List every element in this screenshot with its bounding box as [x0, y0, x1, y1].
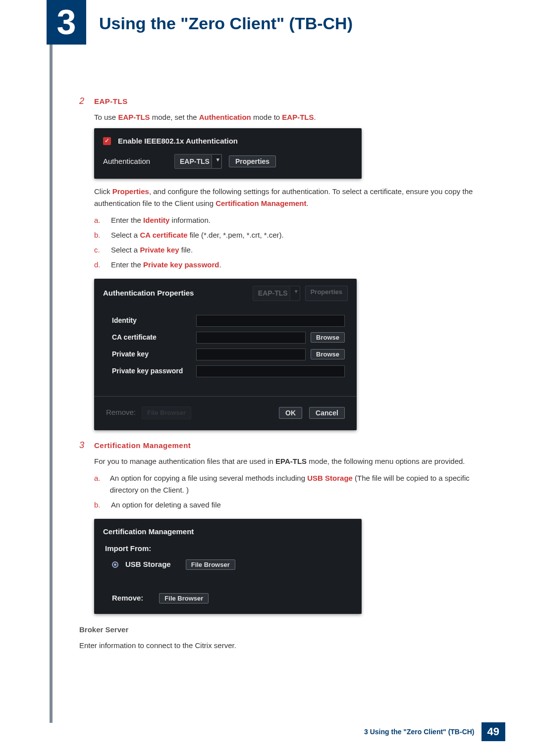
private-key-label: Private key	[112, 349, 196, 359]
text: For you to manage authentication files t…	[94, 457, 275, 465]
text: .	[307, 199, 309, 207]
list-item: b.Select a CA certificate file (*.der, *…	[94, 229, 485, 241]
text: mode, the following menu options are pro…	[307, 457, 465, 465]
private-key-term: Private key	[140, 246, 179, 254]
authentication-term: Authentication	[199, 113, 251, 121]
text: An option for copying a file using sever…	[110, 472, 485, 496]
auth-properties-footer: Remove: File Browser OK Cancel	[94, 396, 357, 423]
text: Select a	[111, 246, 140, 254]
step3-header: 3 Certification Management	[79, 438, 485, 453]
step3-title: Certification Management	[94, 440, 191, 452]
cert-mgmt-term: Certification Management	[215, 199, 306, 207]
text: To use	[94, 113, 118, 121]
content: 2 EAP-TLS To use EAP-TLS mode, set the A…	[79, 94, 485, 652]
step2-intro: To use EAP-TLS mode, set the Authenticat…	[94, 111, 485, 123]
footer-text: 3 Using the "Zero Client" (TB-CH)	[364, 728, 475, 736]
private-key-pw-input[interactable]	[196, 365, 345, 377]
ca-cert-row: CA certificate Browse	[112, 332, 345, 344]
step2-number: 2	[79, 94, 88, 108]
text: Select a CA certificate file (*.der, *.p…	[111, 229, 284, 241]
text: Enter the	[111, 216, 143, 224]
step3-intro: For you to manage authentication files t…	[94, 455, 485, 467]
browse-key-button[interactable]: Browse	[311, 349, 345, 359]
chapter-badge: 3	[47, 0, 86, 45]
screenshot-auth-properties: Authentication Properties EAP-TLS Proper…	[94, 279, 357, 430]
authentication-dropdown[interactable]: EAP-TLS	[174, 154, 222, 169]
auth-mode-row: Authentication EAP-TLS Properties	[103, 154, 353, 169]
file-browser-import-button[interactable]: File Browser	[186, 559, 235, 570]
text: Select a	[111, 231, 140, 239]
marker: a.	[94, 472, 101, 496]
auth-properties-body: Identity CA certificate Browse Private k…	[94, 303, 357, 387]
auth-properties-ghost: EAP-TLS Properties	[253, 286, 348, 301]
ok-button[interactable]: OK	[279, 407, 302, 419]
text: An option for copying a file using sever…	[110, 474, 308, 482]
broker-server-text: Enter information to connect to the Citr…	[79, 640, 485, 652]
chapter-title: Using the "Zero Client" (TB-CH)	[99, 14, 353, 33]
text: file.	[179, 246, 193, 254]
properties-button[interactable]: Properties	[229, 155, 276, 167]
page-number: 49	[482, 722, 505, 741]
private-key-input[interactable]	[196, 349, 306, 360]
identity-term: Identity	[143, 216, 169, 224]
broker-server-heading: Broker Server	[79, 624, 485, 636]
marker: b.	[94, 229, 102, 241]
properties-term: Properties	[112, 187, 149, 196]
authentication-label: Authentication	[103, 155, 167, 167]
screenshot-enable-auth: ✓ Enable IEEE802.1x Authentication Authe…	[94, 128, 362, 179]
list-item: d.Enter the Private key password.	[94, 259, 485, 271]
list-item: a.Enter the Identity information.	[94, 214, 485, 226]
text: Enter the Identity information.	[111, 214, 211, 226]
step3-sublist: a.An option for copying a file using sev…	[94, 472, 485, 511]
cert-mgmt-title: Certification Management	[103, 526, 353, 538]
text: Select a Private key file.	[111, 244, 193, 256]
radio-selected-icon[interactable]	[112, 561, 118, 568]
file-browser-button-disabled: File Browser	[142, 406, 191, 420]
ca-cert-input[interactable]	[196, 332, 306, 344]
screenshot-cert-mgmt: Certification Management Import From: US…	[94, 519, 362, 614]
text: An option for deleting a saved file	[111, 499, 221, 511]
marker: a.	[94, 214, 102, 226]
text: .	[219, 260, 221, 269]
auth-properties-title: Authentication Properties	[103, 287, 194, 299]
remove-label-disabled: Remove:	[106, 406, 136, 420]
auth-properties-header: Authentication Properties EAP-TLS Proper…	[94, 279, 357, 302]
text: .	[314, 113, 316, 121]
footer-ghost: Remove: File Browser	[106, 406, 191, 420]
identity-label: Identity	[112, 315, 196, 326]
eap-tls-term: EAP-TLS	[282, 113, 314, 121]
step2-sublist: a.Enter the Identity information. b.Sele…	[94, 214, 485, 271]
enable-auth-label: Enable IEEE802.1x Authentication	[118, 135, 238, 147]
marker: d.	[94, 259, 102, 271]
epa-tls-term: EPA-TLS	[275, 457, 307, 465]
cancel-button[interactable]: Cancel	[309, 407, 345, 419]
usb-storage-term: USB Storage	[307, 474, 353, 482]
marker: b.	[94, 499, 102, 511]
authentication-dropdown-disabled: EAP-TLS	[253, 286, 300, 301]
import-from-label: Import From:	[105, 543, 353, 554]
page: 3 Using the "Zero Client" (TB-CH) 2 EAP-…	[0, 0, 535, 756]
text: Enter the Private key password.	[111, 259, 221, 271]
private-key-row: Private key Browse	[112, 349, 345, 360]
ca-cert-term: CA certificate	[140, 231, 187, 239]
page-footer: 3 Using the "Zero Client" (TB-CH) 49	[0, 722, 505, 741]
side-rail	[50, 0, 53, 723]
identity-row: Identity	[112, 315, 345, 327]
text: mode to	[251, 113, 282, 121]
identity-input[interactable]	[196, 315, 345, 327]
file-browser-remove-button[interactable]: File Browser	[159, 593, 209, 604]
browse-ca-button[interactable]: Browse	[311, 332, 345, 343]
step3-number: 3	[79, 438, 88, 453]
text: mode, set the	[150, 113, 199, 121]
enable-auth-row: ✓ Enable IEEE802.1x Authentication	[103, 135, 353, 147]
step2-header: 2 EAP-TLS	[79, 94, 485, 108]
text: information.	[169, 216, 211, 224]
checkbox-checked-icon[interactable]: ✓	[103, 137, 111, 145]
list-item: b.An option for deleting a saved file	[94, 499, 485, 511]
text: Click	[94, 187, 112, 196]
list-item: a.An option for copying a file using sev…	[94, 472, 485, 496]
remove-label: Remove:	[112, 592, 143, 604]
eap-tls-term: EAP-TLS	[118, 113, 150, 121]
step2-after-sc1: Click Properties, and configure the foll…	[94, 186, 485, 209]
remove-row: Remove: File Browser	[112, 592, 353, 604]
